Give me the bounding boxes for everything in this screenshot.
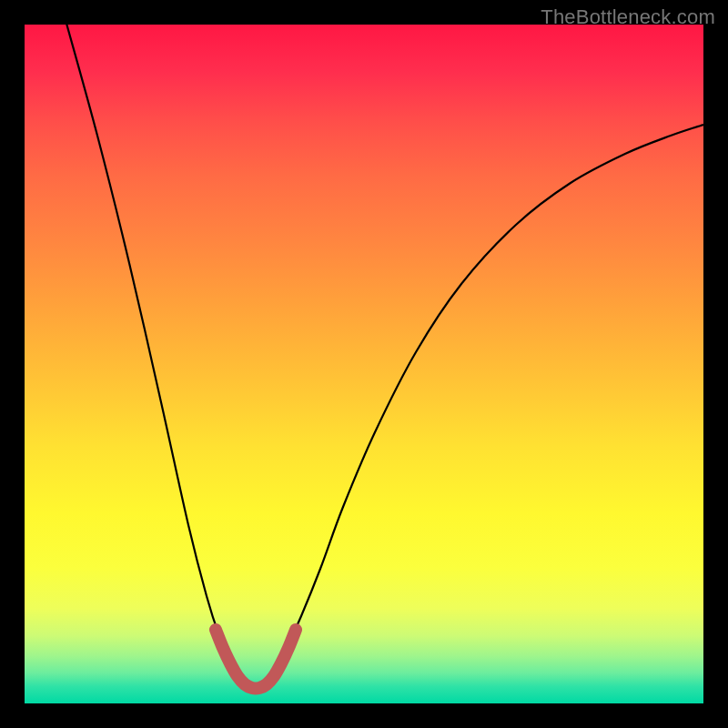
bottleneck-curve bbox=[66, 25, 703, 692]
curve-layer bbox=[25, 25, 703, 703]
plot-area bbox=[25, 25, 703, 703]
chart-frame: TheBottleneck.com bbox=[0, 0, 728, 728]
watermark-text: TheBottleneck.com bbox=[541, 5, 715, 29]
bottleneck-valley-overlay bbox=[216, 630, 296, 689]
